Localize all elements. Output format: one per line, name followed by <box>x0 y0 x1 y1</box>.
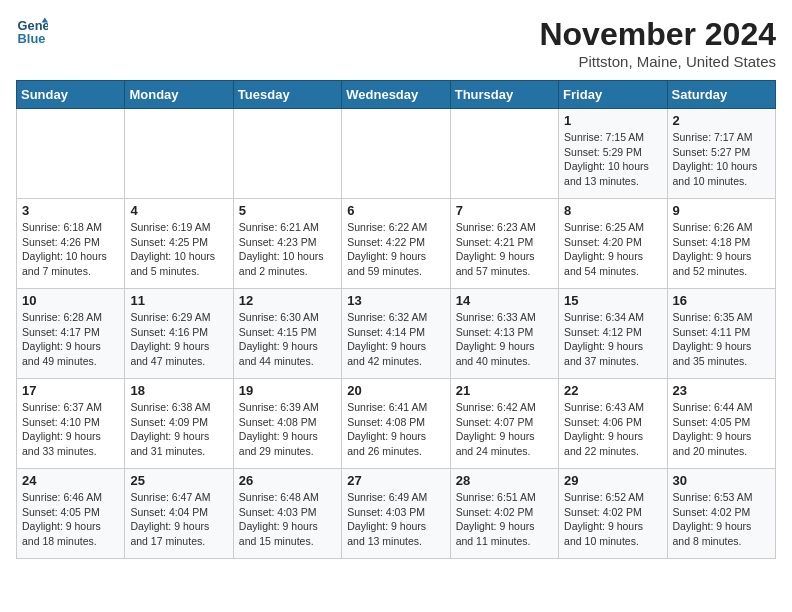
day-number: 24 <box>22 473 119 488</box>
day-header: Thursday <box>450 81 558 109</box>
day-info: Sunrise: 6:48 AM Sunset: 4:03 PM Dayligh… <box>239 490 336 549</box>
day-info: Sunrise: 6:21 AM Sunset: 4:23 PM Dayligh… <box>239 220 336 279</box>
day-info: Sunrise: 6:51 AM Sunset: 4:02 PM Dayligh… <box>456 490 553 549</box>
calendar-cell: 22Sunrise: 6:43 AM Sunset: 4:06 PM Dayli… <box>559 379 667 469</box>
calendar-cell: 13Sunrise: 6:32 AM Sunset: 4:14 PM Dayli… <box>342 289 450 379</box>
calendar-cell: 3Sunrise: 6:18 AM Sunset: 4:26 PM Daylig… <box>17 199 125 289</box>
day-info: Sunrise: 6:18 AM Sunset: 4:26 PM Dayligh… <box>22 220 119 279</box>
calendar-cell <box>450 109 558 199</box>
day-info: Sunrise: 6:32 AM Sunset: 4:14 PM Dayligh… <box>347 310 444 369</box>
calendar-body: 1Sunrise: 7:15 AM Sunset: 5:29 PM Daylig… <box>17 109 776 559</box>
logo: General Blue <box>16 16 48 48</box>
calendar-cell: 7Sunrise: 6:23 AM Sunset: 4:21 PM Daylig… <box>450 199 558 289</box>
day-info: Sunrise: 6:43 AM Sunset: 4:06 PM Dayligh… <box>564 400 661 459</box>
calendar-cell <box>17 109 125 199</box>
calendar-cell: 9Sunrise: 6:26 AM Sunset: 4:18 PM Daylig… <box>667 199 775 289</box>
title-block: November 2024 Pittston, Maine, United St… <box>539 16 776 70</box>
day-header: Tuesday <box>233 81 341 109</box>
location: Pittston, Maine, United States <box>539 53 776 70</box>
calendar-cell: 6Sunrise: 6:22 AM Sunset: 4:22 PM Daylig… <box>342 199 450 289</box>
day-number: 6 <box>347 203 444 218</box>
day-number: 16 <box>673 293 770 308</box>
calendar-cell: 5Sunrise: 6:21 AM Sunset: 4:23 PM Daylig… <box>233 199 341 289</box>
day-number: 17 <box>22 383 119 398</box>
day-info: Sunrise: 6:30 AM Sunset: 4:15 PM Dayligh… <box>239 310 336 369</box>
day-number: 27 <box>347 473 444 488</box>
calendar-cell: 20Sunrise: 6:41 AM Sunset: 4:08 PM Dayli… <box>342 379 450 469</box>
calendar-cell: 21Sunrise: 6:42 AM Sunset: 4:07 PM Dayli… <box>450 379 558 469</box>
day-info: Sunrise: 6:47 AM Sunset: 4:04 PM Dayligh… <box>130 490 227 549</box>
day-header: Friday <box>559 81 667 109</box>
day-number: 18 <box>130 383 227 398</box>
calendar-week-row: 3Sunrise: 6:18 AM Sunset: 4:26 PM Daylig… <box>17 199 776 289</box>
day-number: 11 <box>130 293 227 308</box>
calendar-cell: 2Sunrise: 7:17 AM Sunset: 5:27 PM Daylig… <box>667 109 775 199</box>
day-info: Sunrise: 6:46 AM Sunset: 4:05 PM Dayligh… <box>22 490 119 549</box>
day-number: 25 <box>130 473 227 488</box>
calendar-cell: 15Sunrise: 6:34 AM Sunset: 4:12 PM Dayli… <box>559 289 667 379</box>
calendar-week-row: 17Sunrise: 6:37 AM Sunset: 4:10 PM Dayli… <box>17 379 776 469</box>
calendar-cell: 26Sunrise: 6:48 AM Sunset: 4:03 PM Dayli… <box>233 469 341 559</box>
day-info: Sunrise: 6:33 AM Sunset: 4:13 PM Dayligh… <box>456 310 553 369</box>
calendar-cell: 25Sunrise: 6:47 AM Sunset: 4:04 PM Dayli… <box>125 469 233 559</box>
calendar-week-row: 24Sunrise: 6:46 AM Sunset: 4:05 PM Dayli… <box>17 469 776 559</box>
day-info: Sunrise: 6:42 AM Sunset: 4:07 PM Dayligh… <box>456 400 553 459</box>
calendar-cell <box>125 109 233 199</box>
calendar-week-row: 1Sunrise: 7:15 AM Sunset: 5:29 PM Daylig… <box>17 109 776 199</box>
day-info: Sunrise: 6:39 AM Sunset: 4:08 PM Dayligh… <box>239 400 336 459</box>
calendar-table: SundayMondayTuesdayWednesdayThursdayFrid… <box>16 80 776 559</box>
calendar-cell: 12Sunrise: 6:30 AM Sunset: 4:15 PM Dayli… <box>233 289 341 379</box>
calendar-cell: 11Sunrise: 6:29 AM Sunset: 4:16 PM Dayli… <box>125 289 233 379</box>
calendar-cell: 17Sunrise: 6:37 AM Sunset: 4:10 PM Dayli… <box>17 379 125 469</box>
calendar-cell: 23Sunrise: 6:44 AM Sunset: 4:05 PM Dayli… <box>667 379 775 469</box>
day-number: 23 <box>673 383 770 398</box>
day-number: 21 <box>456 383 553 398</box>
day-info: Sunrise: 6:34 AM Sunset: 4:12 PM Dayligh… <box>564 310 661 369</box>
day-info: Sunrise: 6:26 AM Sunset: 4:18 PM Dayligh… <box>673 220 770 279</box>
day-info: Sunrise: 6:19 AM Sunset: 4:25 PM Dayligh… <box>130 220 227 279</box>
calendar-cell: 1Sunrise: 7:15 AM Sunset: 5:29 PM Daylig… <box>559 109 667 199</box>
day-info: Sunrise: 6:29 AM Sunset: 4:16 PM Dayligh… <box>130 310 227 369</box>
day-info: Sunrise: 7:15 AM Sunset: 5:29 PM Dayligh… <box>564 130 661 189</box>
day-number: 19 <box>239 383 336 398</box>
calendar-cell: 18Sunrise: 6:38 AM Sunset: 4:09 PM Dayli… <box>125 379 233 469</box>
day-info: Sunrise: 6:35 AM Sunset: 4:11 PM Dayligh… <box>673 310 770 369</box>
day-info: Sunrise: 6:52 AM Sunset: 4:02 PM Dayligh… <box>564 490 661 549</box>
day-number: 13 <box>347 293 444 308</box>
day-number: 9 <box>673 203 770 218</box>
day-header: Saturday <box>667 81 775 109</box>
day-number: 22 <box>564 383 661 398</box>
calendar-cell: 14Sunrise: 6:33 AM Sunset: 4:13 PM Dayli… <box>450 289 558 379</box>
day-number: 2 <box>673 113 770 128</box>
svg-text:Blue: Blue <box>18 31 46 46</box>
day-number: 8 <box>564 203 661 218</box>
calendar-cell: 28Sunrise: 6:51 AM Sunset: 4:02 PM Dayli… <box>450 469 558 559</box>
day-number: 4 <box>130 203 227 218</box>
day-info: Sunrise: 6:37 AM Sunset: 4:10 PM Dayligh… <box>22 400 119 459</box>
day-info: Sunrise: 6:25 AM Sunset: 4:20 PM Dayligh… <box>564 220 661 279</box>
calendar-header-row: SundayMondayTuesdayWednesdayThursdayFrid… <box>17 81 776 109</box>
day-number: 20 <box>347 383 444 398</box>
calendar-cell: 24Sunrise: 6:46 AM Sunset: 4:05 PM Dayli… <box>17 469 125 559</box>
calendar-cell: 30Sunrise: 6:53 AM Sunset: 4:02 PM Dayli… <box>667 469 775 559</box>
day-info: Sunrise: 6:49 AM Sunset: 4:03 PM Dayligh… <box>347 490 444 549</box>
calendar-cell: 4Sunrise: 6:19 AM Sunset: 4:25 PM Daylig… <box>125 199 233 289</box>
day-info: Sunrise: 6:41 AM Sunset: 4:08 PM Dayligh… <box>347 400 444 459</box>
page-header: General Blue November 2024 Pittston, Mai… <box>16 16 776 70</box>
calendar-cell <box>342 109 450 199</box>
day-number: 7 <box>456 203 553 218</box>
day-info: Sunrise: 6:23 AM Sunset: 4:21 PM Dayligh… <box>456 220 553 279</box>
calendar-cell: 8Sunrise: 6:25 AM Sunset: 4:20 PM Daylig… <box>559 199 667 289</box>
day-header: Monday <box>125 81 233 109</box>
calendar-cell: 19Sunrise: 6:39 AM Sunset: 4:08 PM Dayli… <box>233 379 341 469</box>
day-info: Sunrise: 7:17 AM Sunset: 5:27 PM Dayligh… <box>673 130 770 189</box>
day-number: 15 <box>564 293 661 308</box>
day-number: 12 <box>239 293 336 308</box>
day-number: 3 <box>22 203 119 218</box>
day-number: 29 <box>564 473 661 488</box>
day-number: 10 <box>22 293 119 308</box>
calendar-cell: 10Sunrise: 6:28 AM Sunset: 4:17 PM Dayli… <box>17 289 125 379</box>
day-header: Wednesday <box>342 81 450 109</box>
day-info: Sunrise: 6:22 AM Sunset: 4:22 PM Dayligh… <box>347 220 444 279</box>
day-number: 30 <box>673 473 770 488</box>
